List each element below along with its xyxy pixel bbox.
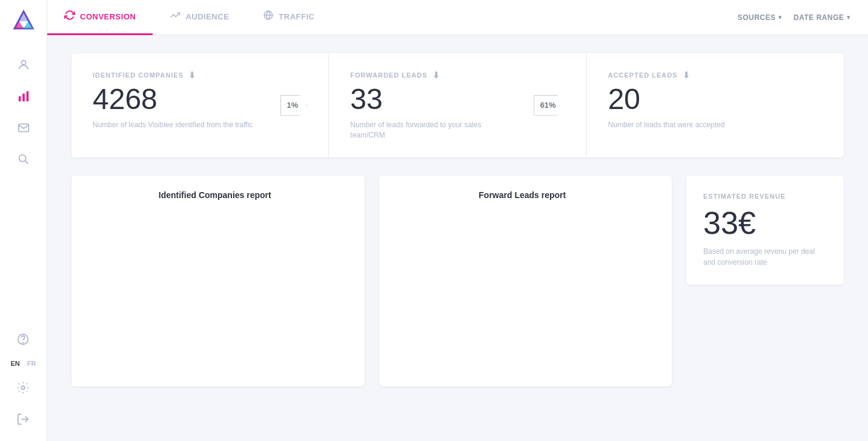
leads-chart-card: Forward Leads report Forwarded Leads0510… [379, 176, 672, 386]
svg-line-10 [25, 161, 28, 164]
svg-text:5: 5 [412, 312, 415, 318]
svg-text:1750: 1750 [96, 210, 108, 216]
search-nav-icon[interactable] [12, 147, 36, 171]
svg-rect-7 [26, 91, 28, 102]
settings-nav-icon[interactable] [11, 376, 35, 400]
identified-companies-badge: 1% [280, 95, 308, 116]
svg-point-85 [621, 313, 624, 317]
chart-nav-icon[interactable] [12, 84, 36, 108]
svg-point-9 [19, 155, 25, 162]
companies-chart-card: Identified Companies report Identified c… [71, 176, 365, 386]
forwarded-leads-download-icon[interactable]: ⬇ [432, 70, 440, 80]
revenue-card: ESTIMATED REVENUE 33€ Based on average r… [686, 176, 844, 285]
tab-traffic[interactable]: TRAFFIC [246, 0, 331, 35]
svg-text:Forwarded Leads: Forwarded Leads [386, 255, 393, 298]
svg-rect-5 [18, 96, 21, 101]
sidebar: EN FR [0, 0, 47, 441]
companies-chart-container: Identified companies02505007501000125015… [78, 207, 353, 377]
identified-companies-download-icon[interactable]: ⬇ [188, 70, 196, 80]
accepted-leads-card: ACCEPTED LEADS ⬇ 20 Number of leads that… [587, 53, 844, 158]
sources-dropdown[interactable]: SOURCES ▾ [738, 13, 781, 22]
svg-point-84 [613, 237, 617, 240]
audience-tab-label: AUDIENCE [185, 12, 229, 21]
identified-companies-desc: Number of leads Visiblee identified from… [93, 120, 262, 130]
topnav-right-controls: SOURCES ▾ DATE RANGE ▾ [738, 13, 850, 22]
conversion-tab-label: CONVERSION [80, 12, 136, 21]
page-content: IDENTIFIED COMPANIES ⬇ 4268 Number of le… [47, 35, 868, 441]
svg-text:Identified companies: Identified companies [79, 251, 85, 302]
leads-chart-title: Forward Leads report [385, 190, 660, 200]
revenue-value: 33€ [703, 207, 827, 239]
date-range-dropdown[interactable]: DATE RANGE ▾ [793, 13, 850, 22]
date-range-label: DATE RANGE [793, 13, 844, 22]
date-range-chevron-icon: ▾ [847, 14, 850, 21]
main-content: CONVERSION AUDIENCE TRAFFIC SOURCES ▾ [47, 0, 868, 441]
identified-companies-label: IDENTIFIED COMPANIES ⬇ [93, 70, 262, 80]
svg-text:25: 25 [409, 210, 415, 216]
svg-point-13 [22, 386, 25, 390]
charts-row: Identified Companies report Identified c… [71, 176, 844, 386]
logout-nav-icon[interactable] [11, 407, 35, 431]
revenue-desc: Based on average revenu per deal and con… [703, 246, 827, 268]
forwarded-leads-card: FORWARDED LEADS ⬇ 33 Number of leads for… [329, 53, 586, 158]
forwarded-leads-desc: Number of leads forwarded to your sales … [350, 120, 515, 141]
svg-point-83 [605, 297, 609, 301]
svg-text:250: 250 [99, 319, 108, 325]
help-nav-icon[interactable] [11, 327, 35, 351]
revenue-label: ESTIMATED REVENUE [703, 193, 827, 200]
accepted-leads-desc: Number of leads that were accepted [608, 120, 823, 130]
svg-text:0: 0 [412, 337, 415, 343]
sources-label: SOURCES [738, 13, 776, 22]
accepted-leads-download-icon[interactable]: ⬇ [683, 70, 691, 80]
svg-text:1000: 1000 [96, 265, 108, 271]
traffic-tab-label: TRAFFIC [279, 12, 314, 21]
forwarded-leads-info: FORWARDED LEADS ⬇ 33 Number of leads for… [350, 70, 515, 141]
stats-cards: IDENTIFIED COMPANIES ⬇ 4268 Number of le… [71, 53, 844, 158]
tab-conversion[interactable]: CONVERSION [47, 0, 153, 35]
traffic-tab-icon [263, 10, 274, 23]
forwarded-leads-badge: 61% [534, 95, 565, 116]
svg-point-51 [141, 279, 144, 283]
audience-tab-icon [170, 10, 181, 23]
svg-text:20: 20 [409, 236, 415, 242]
svg-text:15: 15 [409, 261, 415, 267]
svg-point-4 [21, 61, 25, 65]
forwarded-leads-value: 33 [350, 85, 515, 114]
svg-text:1250: 1250 [96, 247, 108, 253]
svg-text:500: 500 [99, 301, 108, 307]
svg-text:0: 0 [105, 337, 108, 343]
tab-audience[interactable]: AUDIENCE [153, 0, 246, 35]
leads-chart-container: Forwarded Leads05101520252017-10-312017-… [385, 207, 660, 377]
accepted-leads-label: ACCEPTED LEADS ⬇ [608, 70, 823, 80]
lang-en[interactable]: EN [8, 359, 22, 368]
sources-chevron-icon: ▾ [778, 14, 782, 21]
svg-point-52 [164, 318, 168, 322]
app-logo[interactable] [11, 9, 36, 37]
identified-companies-badge-value: 1% [280, 95, 308, 116]
svg-point-12 [23, 342, 24, 343]
conversion-tab-icon [64, 10, 75, 23]
svg-rect-6 [22, 93, 25, 101]
identified-companies-value: 4268 [93, 85, 262, 114]
accepted-leads-value: 20 [608, 85, 823, 114]
top-navigation: CONVERSION AUDIENCE TRAFFIC SOURCES ▾ [47, 0, 868, 35]
language-switcher: EN FR [8, 359, 39, 368]
identified-companies-info: IDENTIFIED COMPANIES ⬇ 4268 Number of le… [93, 70, 262, 130]
mail-nav-icon[interactable] [12, 116, 36, 140]
person-nav-icon[interactable] [12, 53, 36, 77]
lang-fr[interactable]: FR [25, 359, 39, 368]
svg-text:750: 750 [99, 283, 108, 289]
identified-companies-card: IDENTIFIED COMPANIES ⬇ 4268 Number of le… [71, 53, 329, 158]
companies-chart-title: Identified Companies report [78, 190, 353, 200]
accepted-leads-info: ACCEPTED LEADS ⬇ 20 Number of leads that… [608, 70, 823, 130]
svg-text:1500: 1500 [96, 228, 108, 234]
forwarded-leads-label: FORWARDED LEADS ⬇ [350, 70, 515, 80]
svg-point-50 [117, 234, 121, 238]
companies-chart-svg: Identified companies02505007501000125015… [78, 207, 353, 377]
leads-chart-svg: Forwarded Leads05101520252017-10-312017-… [385, 207, 660, 377]
svg-text:10: 10 [409, 287, 415, 293]
forwarded-leads-badge-value: 61% [534, 95, 565, 116]
